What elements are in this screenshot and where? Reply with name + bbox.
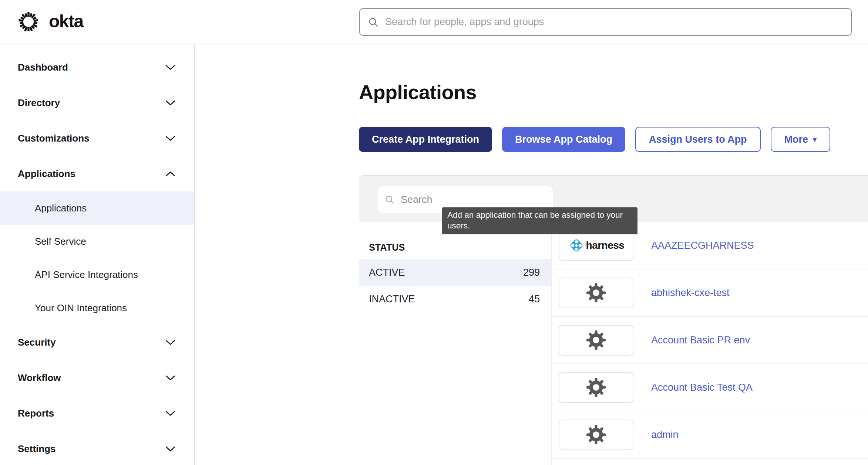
sidebar-item-workflow[interactable]: Workflow: [0, 360, 194, 396]
action-button-label: Create App Integration: [372, 134, 479, 145]
sidebar-item-label: Workflow: [18, 372, 61, 384]
sidebar-item-label: Your OIN Integrations: [35, 302, 127, 314]
chevron-up-icon: [165, 171, 175, 177]
gear-icon: [586, 282, 606, 303]
sidebar-item-settings[interactable]: Settings: [0, 431, 194, 465]
status-filter-count: 45: [529, 293, 540, 305]
sidebar-item-dashboard[interactable]: Dashboard: [0, 50, 194, 85]
chevron-down-icon: [165, 100, 175, 106]
sidebar-item-applications[interactable]: Applications: [0, 156, 194, 191]
global-search-input[interactable]: [384, 16, 844, 28]
chevron-down-icon: [165, 64, 175, 71]
okta-logo-icon: [18, 11, 39, 33]
sidebar-item-reports[interactable]: Reports: [0, 396, 194, 431]
sidebar: Dashboard Directory Customizations Appli…: [0, 44, 195, 465]
main-content: Applications Create App Integration Brow…: [195, 44, 868, 465]
chevron-down-icon: [165, 446, 175, 452]
app-logo-card: [559, 420, 633, 450]
harness-logo-text: harness: [586, 240, 625, 251]
page-title: Applications: [359, 81, 477, 103]
assign-users-to-app-button[interactable]: Assign Users to App: [635, 127, 761, 152]
okta-logo[interactable]: okta: [0, 11, 83, 33]
sidebar-item-your-oin-integrations[interactable]: Your OIN Integrations: [0, 291, 194, 325]
harness-logo-icon: [568, 237, 585, 254]
action-button-label: More: [784, 134, 808, 145]
status-filter-count: 299: [523, 267, 540, 278]
status-filter-label: INACTIVE: [369, 293, 415, 305]
status-filter: STATUS ACTIVE 299 INACTIVE 45: [359, 222, 552, 465]
gear-icon: [586, 330, 606, 350]
app-list: harness AAAZEECGHARNESS abhishek-cxe-tes…: [552, 222, 868, 465]
applications-panel: Add an application that can be assigned …: [359, 175, 868, 465]
sidebar-item-directory[interactable]: Directory: [0, 85, 194, 121]
status-filter-active[interactable]: ACTIVE 299: [359, 259, 551, 286]
app-link-account-basic-test-qa[interactable]: Account Basic Test QA: [651, 382, 753, 393]
chevron-down-icon: [165, 375, 175, 381]
app-logo-card: [559, 372, 633, 403]
sidebar-item-applications[interactable]: Applications: [0, 191, 194, 225]
sidebar-item-security[interactable]: Security: [0, 325, 194, 360]
app-search-input[interactable]: [400, 194, 553, 206]
chevron-down-icon: [165, 135, 175, 142]
top-header: okta: [0, 0, 868, 44]
sidebar-item-label: Directory: [18, 97, 60, 109]
okta-wordmark: okta: [49, 11, 83, 33]
sidebar-item-self-service[interactable]: Self Service: [0, 225, 194, 258]
status-filter-title: STATUS: [359, 235, 551, 259]
sidebar-item-label: Security: [18, 337, 56, 348]
app-logo-card: harness: [559, 230, 633, 261]
app-link-abhishek-cxe-test[interactable]: abhishek-cxe-test: [651, 287, 730, 299]
app-link-account-basic-pr-env[interactable]: Account Basic PR env: [651, 335, 750, 346]
caret-down-icon: ▾: [813, 136, 817, 143]
app-row: abhishek-cxe-test: [552, 269, 868, 317]
action-buttons: Create App Integration Browse App Catalo…: [359, 127, 830, 152]
action-button-label: Browse App Catalog: [515, 134, 612, 145]
sidebar-item-label: Reports: [18, 408, 54, 419]
global-search[interactable]: [359, 8, 852, 36]
harness-logo: harness: [568, 237, 625, 254]
chevron-down-icon: [165, 339, 175, 346]
app-row: admin: [552, 411, 868, 459]
sidebar-item-label: Customizations: [18, 133, 90, 144]
sidebar-item-label: Applications: [35, 203, 87, 214]
sidebar-item-label: Settings: [18, 443, 56, 455]
sidebar-item-customizations[interactable]: Customizations: [0, 121, 194, 156]
sidebar-item-label: Dashboard: [18, 62, 68, 73]
sidebar-item-label: API Service Integrations: [35, 269, 138, 281]
app-row: Account Basic PR env: [552, 317, 868, 364]
panel-body: STATUS ACTIVE 299 INACTIVE 45 harness AA…: [359, 222, 868, 465]
search-icon: [368, 17, 379, 27]
app-logo-card: [559, 325, 633, 356]
app-logo-card: [559, 278, 633, 308]
okta-admin-console: okta Dashboard Directory Customizations …: [0, 0, 868, 465]
gear-icon: [586, 424, 606, 445]
status-filter-inactive[interactable]: INACTIVE 45: [359, 286, 551, 312]
search-icon: [385, 195, 394, 204]
sidebar-item-label: Self Service: [35, 236, 86, 247]
status-filter-label: ACTIVE: [369, 267, 405, 278]
tooltip: Add an application that can be assigned …: [442, 207, 637, 234]
more-button[interactable]: More ▾: [771, 127, 830, 152]
gear-icon: [586, 377, 606, 398]
chevron-down-icon: [165, 410, 175, 417]
action-button-label: Assign Users to App: [649, 134, 747, 145]
app-link-aaazeecgharness[interactable]: AAAZEECGHARNESS: [651, 240, 754, 251]
browse-app-catalog-button[interactable]: Browse App Catalog: [502, 127, 625, 152]
app-link-admin[interactable]: admin: [651, 429, 679, 441]
create-app-integration-button[interactable]: Create App Integration: [359, 127, 492, 152]
sidebar-item-api-service-integrations[interactable]: API Service Integrations: [0, 258, 194, 291]
app-row: Account Basic Test QA: [552, 364, 868, 411]
sidebar-item-label: Applications: [18, 168, 75, 180]
